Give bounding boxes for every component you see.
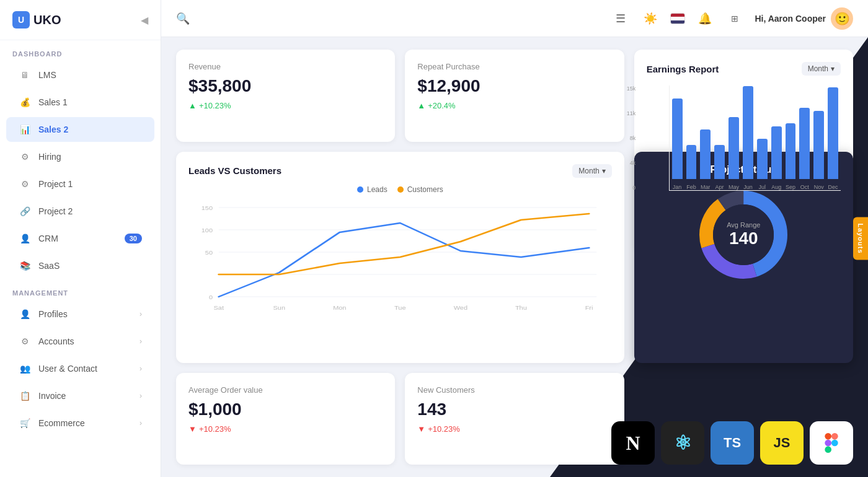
user-info[interactable]: Hi, Aaron Cooper 🙂 (755, 7, 853, 30)
nextjs-logo: N (626, 432, 640, 455)
svg-text:Thu: Thu (515, 304, 527, 310)
leads-month-selector[interactable]: Month ▾ (572, 164, 611, 178)
down-arrow-icon: ▼ (188, 424, 197, 434)
invoice-icon: 📋 (19, 390, 31, 402)
leads-legend-dot (357, 186, 363, 193)
typescript-icon[interactable]: TS (711, 421, 754, 465)
react-logo: ⚛ (674, 431, 692, 455)
flag-icon[interactable] (670, 13, 685, 24)
donut-avg-label: Avg Range (727, 221, 760, 229)
figma-logo (822, 433, 841, 453)
sidebar-item-label: LMS (38, 70, 56, 80)
javascript-icon[interactable]: JS (760, 421, 804, 465)
collapse-button[interactable]: ◀ (141, 14, 148, 26)
down-arrow-icon: ▼ (417, 424, 425, 434)
saas-icon: 📚 (19, 260, 31, 272)
sidebar-item-label: Project 1 (38, 179, 73, 189)
ecommerce-icon: 🛒 (19, 417, 31, 429)
js-logo: JS (774, 435, 790, 451)
grid-icon[interactable]: ⊞ (725, 9, 745, 28)
up-arrow-icon: ▲ (188, 101, 197, 110)
sidebar-item-project1[interactable]: ⚙ Project 1 (6, 172, 154, 196)
svg-point-25 (831, 440, 838, 447)
sidebar-item-accounts[interactable]: ⚙ Accounts › (6, 329, 154, 354)
sidebar-item-label: Sales 2 (38, 125, 68, 134)
header: 🔍 ☰ ☀️ 🔔 ⊞ Hi, Aaron Cooper 🙂 (161, 0, 868, 37)
logo: U UKO (12, 11, 61, 28)
bar (672, 98, 683, 179)
revenue-label: Revenue (188, 62, 383, 71)
bar-col: Jul (757, 139, 768, 190)
svg-text:Sat: Sat (214, 304, 224, 310)
theme-icon[interactable]: ☀️ (640, 9, 660, 28)
repeat-label: Repeat Purchase (417, 62, 611, 71)
svg-text:Mon: Mon (333, 304, 346, 310)
sidebar-item-saas[interactable]: 📚 SaaS (6, 253, 154, 278)
sidebar-item-invoice[interactable]: 📋 Invoice › (6, 383, 154, 408)
ecommerce-arrow: › (140, 419, 142, 427)
svg-rect-23 (825, 440, 831, 447)
avg-order-change: ▼ +10.23% (188, 424, 383, 434)
customers-legend-label: Customers (407, 185, 443, 194)
tech-icons-row: N ⚛ TS JS (611, 421, 853, 465)
project2-icon: 🔗 (19, 205, 31, 217)
bar-col: Feb (686, 145, 697, 190)
month-selector[interactable]: Month ▾ (802, 62, 841, 76)
bar-col: Mar (700, 129, 711, 190)
avg-order-label: Average Order value (188, 385, 383, 395)
bar-col: Sep (786, 123, 796, 190)
svg-text:50: 50 (205, 249, 213, 255)
sidebar-item-lms[interactable]: 🖥 LMS (6, 63, 154, 87)
y-label: 0 (627, 185, 636, 191)
nextjs-icon[interactable]: N (611, 421, 655, 465)
figma-icon[interactable] (810, 421, 853, 465)
avg-order-value: $1,000 (188, 400, 383, 419)
crm-icon: 👤 (19, 232, 31, 245)
new-customers-card: New Customers 143 ▼ +10.23% (405, 373, 624, 465)
repeat-change: ▲ +20.4% (417, 101, 611, 110)
line-chart-svg: 150 100 50 0 Sat Sun Mon Tue Wed (188, 201, 612, 313)
bar (757, 139, 768, 179)
sidebar-item-sales1[interactable]: 💰 Sales 1 (6, 90, 154, 115)
hiring-icon: ⚙ (19, 151, 31, 163)
svg-rect-22 (831, 433, 838, 440)
sidebar-item-project2[interactable]: 🔗 Project 2 (6, 199, 154, 224)
sidebar-item-hiring[interactable]: ⚙ Hiring (6, 144, 154, 169)
sidebar-item-profiles[interactable]: 👤 Profiles › (6, 302, 154, 326)
sidebar-item-label: CRM (38, 234, 58, 243)
new-customers-value: 143 (417, 400, 611, 419)
sidebar-item-crm[interactable]: 👤 CRM 30 (6, 226, 154, 251)
sales1-icon: 💰 (19, 96, 31, 108)
logo-icon: U (12, 11, 30, 28)
react-icon[interactable]: ⚛ (661, 421, 704, 465)
user-avatar: 🙂 (831, 7, 853, 30)
search-icon: 🔍 (176, 12, 190, 25)
svg-text:Fri: Fri (585, 304, 593, 310)
bar-month-label: Dec (828, 184, 838, 190)
repeat-value: $12,900 (417, 76, 611, 96)
bar-col: Apr (714, 145, 725, 190)
bar (686, 145, 697, 179)
header-actions: ☰ ☀️ 🔔 ⊞ Hi, Aaron Cooper 🙂 (611, 7, 853, 30)
bar-month-label: Oct (800, 184, 809, 190)
bar-col: Aug (771, 126, 782, 190)
bar-col: Jun (743, 86, 753, 190)
customers-legend-dot (397, 186, 404, 193)
sidebar-item-ecommerce[interactable]: 🛒 Ecommerce › (6, 411, 154, 435)
lms-icon: 🖥 (19, 69, 31, 81)
main-area: 🔍 ☰ ☀️ 🔔 ⊞ Hi, Aaron Cooper 🙂 Revenue $3… (161, 0, 868, 477)
sales2-icon: 📊 (19, 123, 31, 136)
bar-col: Nov (813, 111, 824, 190)
sidebar: U UKO ◀ DASHBOARD 🖥 LMS 💰 Sales 1 📊 Sale… (0, 0, 161, 477)
bar-col: Oct (799, 108, 810, 190)
donut-chart: Avg Range 140 (694, 185, 793, 284)
sidebar-item-label: Invoice (38, 391, 66, 401)
layouts-tab[interactable]: Layouts (853, 217, 868, 260)
bell-icon[interactable]: 🔔 (695, 9, 715, 28)
svg-text:Wed: Wed (454, 304, 467, 310)
sidebar-item-user-contact[interactable]: 👥 User & Contact › (6, 356, 154, 381)
menu-icon[interactable]: ☰ (611, 9, 631, 28)
user-contact-icon: 👥 (19, 362, 31, 375)
sidebar-item-sales2[interactable]: 📊 Sales 2 (6, 117, 154, 142)
accounts-icon: ⚙ (19, 335, 31, 348)
